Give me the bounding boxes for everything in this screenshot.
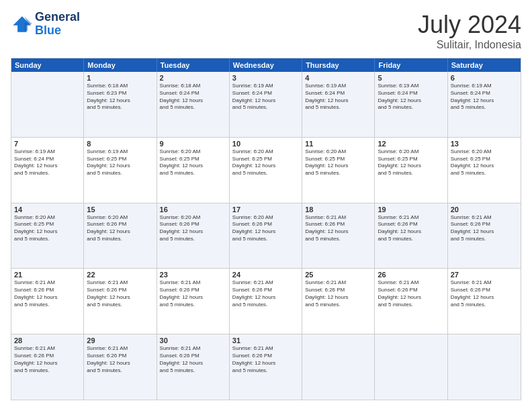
cell-info: Sunrise: 6:21 AM Sunset: 6:26 PM Dayligh… [14, 345, 81, 374]
calendar-cell: 5Sunrise: 6:19 AM Sunset: 6:24 PM Daylig… [375, 72, 447, 137]
cell-day-number: 16 [160, 205, 226, 214]
calendar-cell: 4Sunrise: 6:19 AM Sunset: 6:24 PM Daylig… [302, 72, 375, 137]
cell-info: Sunrise: 6:21 AM Sunset: 6:26 PM Dayligh… [451, 214, 518, 243]
calendar-cell: 23Sunrise: 6:21 AM Sunset: 6:26 PM Dayli… [157, 269, 230, 334]
cell-day-number: 1 [87, 74, 153, 82]
weekday-header: Thursday [302, 58, 375, 72]
calendar-row: 28Sunrise: 6:21 AM Sunset: 6:26 PM Dayli… [11, 334, 521, 400]
calendar-cell: 31Sunrise: 6:21 AM Sunset: 6:26 PM Dayli… [230, 334, 302, 400]
cell-info: Sunrise: 6:18 AM Sunset: 6:23 PM Dayligh… [87, 83, 153, 111]
calendar-cell [302, 334, 375, 400]
cell-day-number: 24 [232, 271, 299, 279]
calendar-cell: 17Sunrise: 6:20 AM Sunset: 6:26 PM Dayli… [230, 203, 302, 269]
calendar-cell: 28Sunrise: 6:21 AM Sunset: 6:26 PM Dayli… [11, 334, 84, 400]
calendar-cell: 19Sunrise: 6:21 AM Sunset: 6:26 PM Dayli… [375, 203, 447, 269]
calendar-cell: 22Sunrise: 6:21 AM Sunset: 6:26 PM Dayli… [84, 269, 157, 334]
calendar-body: 1Sunrise: 6:18 AM Sunset: 6:23 PM Daylig… [11, 72, 521, 400]
calendar-row: 14Sunrise: 6:20 AM Sunset: 6:25 PM Dayli… [11, 203, 521, 269]
cell-day-number: 31 [232, 336, 299, 345]
cell-info: Sunrise: 6:21 AM Sunset: 6:26 PM Dayligh… [87, 345, 153, 374]
logo: General Blue [11, 11, 80, 38]
cell-day-number: 17 [232, 205, 299, 214]
cell-info: Sunrise: 6:20 AM Sunset: 6:26 PM Dayligh… [160, 214, 226, 243]
cell-info: Sunrise: 6:20 AM Sunset: 6:26 PM Dayligh… [232, 214, 299, 243]
calendar-cell: 24Sunrise: 6:21 AM Sunset: 6:26 PM Dayli… [230, 269, 302, 334]
cell-info: Sunrise: 6:20 AM Sunset: 6:25 PM Dayligh… [14, 214, 81, 243]
calendar-cell: 20Sunrise: 6:21 AM Sunset: 6:26 PM Dayli… [448, 203, 521, 269]
calendar-cell: 11Sunrise: 6:20 AM Sunset: 6:25 PM Dayli… [302, 138, 375, 203]
weekday-header: Monday [84, 58, 157, 72]
calendar-cell: 6Sunrise: 6:19 AM Sunset: 6:24 PM Daylig… [448, 72, 521, 137]
cell-info: Sunrise: 6:19 AM Sunset: 6:24 PM Dayligh… [305, 83, 371, 111]
calendar-cell: 15Sunrise: 6:20 AM Sunset: 6:26 PM Dayli… [84, 203, 157, 269]
calendar-cell: 29Sunrise: 6:21 AM Sunset: 6:26 PM Dayli… [84, 334, 157, 400]
cell-day-number: 9 [160, 140, 226, 148]
cell-day-number: 23 [160, 271, 226, 279]
calendar-row: 21Sunrise: 6:21 AM Sunset: 6:26 PM Dayli… [11, 268, 521, 334]
cell-info: Sunrise: 6:21 AM Sunset: 6:26 PM Dayligh… [14, 279, 81, 308]
calendar-cell: 27Sunrise: 6:21 AM Sunset: 6:26 PM Dayli… [448, 269, 521, 334]
cell-info: Sunrise: 6:19 AM Sunset: 6:24 PM Dayligh… [378, 83, 444, 111]
weekday-header: Wednesday [230, 58, 302, 72]
calendar-cell [11, 72, 84, 137]
weekday-header: Tuesday [157, 58, 230, 72]
cell-day-number: 28 [14, 336, 81, 345]
cell-info: Sunrise: 6:18 AM Sunset: 6:24 PM Dayligh… [160, 83, 226, 111]
logo-text: General Blue [35, 11, 80, 38]
cell-info: Sunrise: 6:21 AM Sunset: 6:26 PM Dayligh… [378, 279, 444, 308]
cell-day-number: 6 [451, 74, 518, 82]
cell-day-number: 18 [305, 205, 371, 214]
cell-info: Sunrise: 6:19 AM Sunset: 6:24 PM Dayligh… [14, 148, 81, 177]
cell-info: Sunrise: 6:20 AM Sunset: 6:25 PM Dayligh… [305, 148, 371, 177]
cell-day-number: 12 [378, 140, 444, 148]
cell-info: Sunrise: 6:21 AM Sunset: 6:26 PM Dayligh… [378, 214, 444, 243]
cell-day-number: 19 [378, 205, 444, 214]
cell-info: Sunrise: 6:21 AM Sunset: 6:26 PM Dayligh… [451, 279, 518, 308]
cell-info: Sunrise: 6:20 AM Sunset: 6:25 PM Dayligh… [378, 148, 444, 177]
cell-info: Sunrise: 6:19 AM Sunset: 6:24 PM Dayligh… [451, 83, 518, 111]
calendar-cell: 14Sunrise: 6:20 AM Sunset: 6:25 PM Dayli… [11, 203, 84, 269]
calendar-cell: 8Sunrise: 6:19 AM Sunset: 6:25 PM Daylig… [84, 138, 157, 203]
weekday-header: Friday [375, 58, 447, 72]
cell-info: Sunrise: 6:21 AM Sunset: 6:26 PM Dayligh… [160, 345, 226, 374]
cell-info: Sunrise: 6:20 AM Sunset: 6:26 PM Dayligh… [87, 214, 153, 243]
calendar-cell: 1Sunrise: 6:18 AM Sunset: 6:23 PM Daylig… [84, 72, 157, 137]
cell-day-number: 20 [451, 205, 518, 214]
cell-day-number: 14 [14, 205, 81, 214]
calendar-cell: 3Sunrise: 6:19 AM Sunset: 6:24 PM Daylig… [230, 72, 302, 137]
cell-day-number: 27 [451, 271, 518, 279]
cell-info: Sunrise: 6:21 AM Sunset: 6:26 PM Dayligh… [305, 214, 371, 243]
cell-info: Sunrise: 6:21 AM Sunset: 6:26 PM Dayligh… [232, 345, 299, 374]
cell-day-number: 5 [378, 74, 444, 82]
cell-day-number: 13 [451, 140, 518, 148]
calendar-cell: 13Sunrise: 6:20 AM Sunset: 6:25 PM Dayli… [448, 138, 521, 203]
logo-icon [11, 15, 32, 34]
calendar-cell: 12Sunrise: 6:20 AM Sunset: 6:25 PM Dayli… [375, 138, 447, 203]
cell-day-number: 15 [87, 205, 153, 214]
calendar-row: 7Sunrise: 6:19 AM Sunset: 6:24 PM Daylig… [11, 137, 521, 203]
cell-day-number: 21 [14, 271, 81, 279]
cell-day-number: 7 [14, 140, 81, 148]
calendar-cell: 25Sunrise: 6:21 AM Sunset: 6:26 PM Dayli… [302, 269, 375, 334]
cell-info: Sunrise: 6:21 AM Sunset: 6:26 PM Dayligh… [232, 279, 299, 308]
calendar: SundayMondayTuesdayWednesdayThursdayFrid… [11, 58, 521, 400]
month-year: July 2024 [418, 11, 521, 39]
calendar-cell: 30Sunrise: 6:21 AM Sunset: 6:26 PM Dayli… [157, 334, 230, 400]
calendar-cell: 2Sunrise: 6:18 AM Sunset: 6:24 PM Daylig… [157, 72, 230, 137]
cell-info: Sunrise: 6:20 AM Sunset: 6:25 PM Dayligh… [451, 148, 518, 177]
cell-day-number: 22 [87, 271, 153, 279]
page: General Blue July 2024 Sulitair, Indones… [0, 0, 532, 411]
calendar-cell: 18Sunrise: 6:21 AM Sunset: 6:26 PM Dayli… [302, 203, 375, 269]
weekday-header: Sunday [11, 58, 84, 72]
cell-info: Sunrise: 6:19 AM Sunset: 6:24 PM Dayligh… [232, 83, 299, 111]
cell-day-number: 10 [232, 140, 299, 148]
cell-info: Sunrise: 6:19 AM Sunset: 6:25 PM Dayligh… [87, 148, 153, 177]
calendar-cell: 10Sunrise: 6:20 AM Sunset: 6:25 PM Dayli… [230, 138, 302, 203]
calendar-row: 1Sunrise: 6:18 AM Sunset: 6:23 PM Daylig… [11, 72, 521, 137]
cell-day-number: 4 [305, 74, 371, 82]
calendar-cell: 26Sunrise: 6:21 AM Sunset: 6:26 PM Dayli… [375, 269, 447, 334]
cell-info: Sunrise: 6:21 AM Sunset: 6:26 PM Dayligh… [160, 279, 226, 308]
cell-day-number: 30 [160, 336, 226, 345]
svg-marker-1 [24, 16, 32, 31]
cell-day-number: 11 [305, 140, 371, 148]
